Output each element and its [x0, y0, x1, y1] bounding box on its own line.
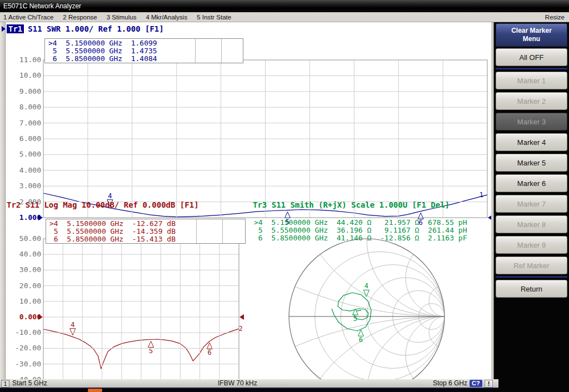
- marker-4-triangle-icon: [70, 329, 76, 335]
- softkey-sidebar: Clear MarkerMenuAll OFFMarker 1Marker 2M…: [494, 22, 569, 379]
- softkey-marker-6[interactable]: Marker 6: [496, 174, 567, 192]
- menu-item-4[interactable]: 4 Mkr/Analysis: [146, 14, 187, 21]
- trace1-chip: Tr1: [7, 24, 24, 33]
- ifbw-label: IFBW 70 kHz: [218, 379, 257, 388]
- softkey-marker-2[interactable]: Marker 2: [496, 92, 567, 110]
- menu-items: 1 Active Ch/Trace2 Response3 Stimulus4 M…: [0, 14, 545, 21]
- softkey-marker-7[interactable]: Marker 7: [496, 195, 567, 213]
- tick-label: 8.000: [11, 103, 41, 111]
- tick-label: 20.00: [11, 282, 41, 290]
- trace2-marker-table: >4 5.1500000 GHz -12.627 dB 5 5.5500000 …: [46, 219, 246, 244]
- ref-level-arrow-icon: [239, 314, 244, 320]
- softkey-separator: [496, 276, 567, 278]
- menu-item-3[interactable]: 3 Stimulus: [107, 14, 137, 21]
- softkey-marker-5[interactable]: Marker 5: [496, 154, 567, 172]
- softkey-menu-title: Clear MarkerMenu: [496, 23, 567, 47]
- softkey-ref-marker[interactable]: Ref Marker: [496, 257, 567, 274]
- marker-4-label: 4: [108, 192, 112, 200]
- marker-6-label: 6: [208, 349, 212, 356]
- bottom-strip: [0, 389, 569, 392]
- tick-label: 30.00: [11, 266, 41, 274]
- start-frequency-label: Start 5 GHz: [12, 379, 47, 388]
- alert-indicator: !: [485, 380, 493, 388]
- tick-label: 1.000: [11, 214, 41, 222]
- marker-5-triangle-icon: [148, 341, 154, 347]
- tick-label: 3.000: [11, 182, 41, 190]
- tick-label: 6.000: [11, 135, 41, 143]
- tick-label: -10.00: [11, 329, 41, 336]
- instrument-screen: E5071C Network Analyzer 1 Active Ch/Trac…: [0, 0, 569, 392]
- tick-label: 9.000: [11, 88, 41, 96]
- trace3-header: Tr3 S11 Smith (R+jX) Scale 1.000U [F1 De…: [253, 200, 450, 209]
- marker-5-triangle-icon: [284, 212, 290, 218]
- window-titlebar[interactable]: E5071C Network Analyzer: [0, 0, 569, 12]
- tick-label: 4.000: [11, 167, 41, 174]
- marker-6-triangle-icon: [207, 343, 212, 349]
- trace1-header-text: S11 SWR 1.000/ Ref 1.000 [F1]: [28, 24, 163, 33]
- tr3-trace: [332, 293, 371, 331]
- marker-4-triangle-icon: [363, 290, 369, 296]
- menu-item-1[interactable]: 1 Active Ch/Trace: [3, 14, 53, 21]
- menu-item-2[interactable]: 2 Response: [63, 14, 97, 21]
- tick-label: 5.000: [11, 150, 41, 158]
- softkey-marker-4[interactable]: Marker 4: [496, 133, 567, 151]
- softkey-marker-9[interactable]: Marker 9: [496, 236, 567, 254]
- left-gutter-strip: [0, 22, 6, 379]
- window-title: E5071C Network Analyzer: [3, 2, 81, 10]
- table-column-divider: [195, 39, 196, 63]
- tick-label: -20.00: [11, 344, 41, 352]
- softkey-marker-1[interactable]: Marker 1: [496, 72, 567, 89]
- correction-status-badge: C?: [470, 380, 482, 387]
- tr2-chart-grid: [43, 239, 239, 392]
- softkey-separator: [496, 68, 567, 69]
- marker-4-label: 4: [365, 282, 368, 290]
- active-trace-arrow-icon: [2, 26, 6, 32]
- softkey-all-off[interactable]: All OFF: [496, 48, 567, 66]
- softkey-return[interactable]: Return: [496, 280, 567, 298]
- channel-number-box: 1: [1, 380, 9, 388]
- status-bar: 1 Start 5 GHz IFBW 70 kHz Stop 6 GHz C? …: [0, 379, 498, 389]
- tick-label: 10.00: [11, 72, 41, 79]
- menu-resize[interactable]: Resize: [545, 14, 569, 21]
- softkey-marker-8[interactable]: Marker 8: [496, 215, 567, 233]
- tick-label: 10.00: [11, 298, 41, 305]
- table-column-divider: [221, 39, 222, 63]
- table-column-divider: [196, 219, 197, 243]
- stop-frequency-label: Stop 6 GHz: [433, 379, 467, 388]
- tick-label: -30.00: [11, 360, 41, 368]
- menu-item-5[interactable]: 5 Instr State: [197, 14, 231, 21]
- marker-6-label: 6: [359, 336, 363, 344]
- trace1-marker-table: >4 5.1500000 GHz 1.6099 5 5.5500000 GHz …: [44, 38, 243, 63]
- tick-label: 50.00: [11, 235, 41, 243]
- marker-6-triangle-icon: [358, 330, 363, 336]
- status-bar-filler: [498, 379, 569, 389]
- trace1-header: Tr1 S11 SWR 1.000/ Ref 1.000 [F1]: [2, 24, 164, 33]
- trace-number-label: 1: [479, 191, 483, 199]
- softkey-marker-3[interactable]: Marker 3: [496, 113, 567, 130]
- taskbar-artifact: [88, 389, 102, 392]
- tick-label: 7.000: [11, 119, 41, 127]
- marker-4-label: 4: [71, 321, 74, 329]
- tick-label: 2.000: [11, 198, 41, 206]
- tick-label: 11.00: [11, 56, 41, 64]
- trace3-marker-table: >4 5.1500000 GHz 44.420 Ω 21.957 Ω 678.5…: [254, 219, 467, 242]
- menu-bar: 1 Active Ch/Trace2 Response3 Stimulus4 M…: [0, 12, 569, 22]
- marker-5-label: 5: [353, 315, 357, 323]
- table-column-divider: [222, 219, 223, 243]
- tick-label: 0.000: [11, 313, 41, 321]
- tick-label: 40.00: [11, 250, 41, 258]
- marker-5-triangle-icon: [352, 309, 358, 315]
